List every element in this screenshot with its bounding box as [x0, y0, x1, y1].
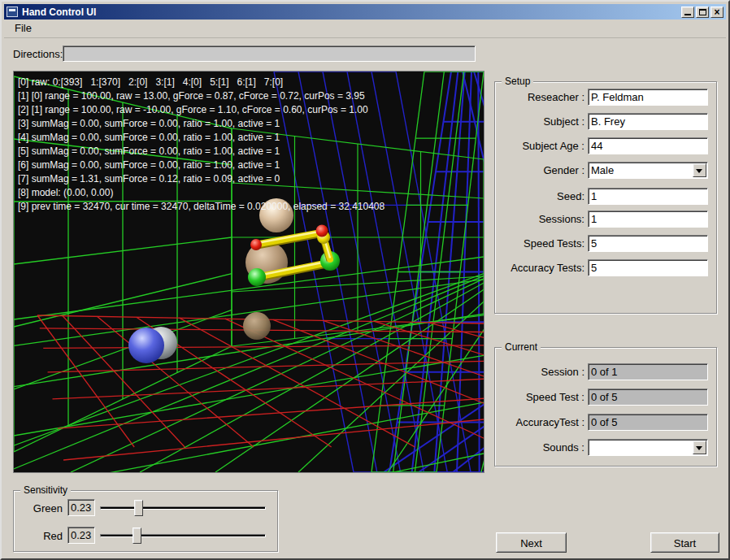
accuracy-tests-field[interactable]: 5	[588, 259, 708, 276]
seed-label: Seed:	[498, 190, 584, 202]
speed-test-label: Speed Test :	[498, 391, 584, 403]
green-slider-groove[interactable]	[100, 506, 266, 510]
current-group-title: Current	[502, 341, 541, 353]
hud-line: [5] sumMag = 0.00, sumForce = 0.00, rati…	[18, 145, 385, 158]
directions-label: Directions:	[13, 48, 63, 60]
close-button[interactable]: ×	[710, 7, 723, 18]
speed-tests-field[interactable]: 5	[588, 235, 708, 252]
chevron-down-icon[interactable]	[693, 441, 706, 454]
green-slider-label: Green	[20, 502, 63, 514]
hud-line: [0] raw: 0:[393] 1:[370] 2:[0] 3:[1] 4:[…	[18, 76, 385, 89]
hud-line: [6] sumMag = 0.00, sumForce = 0.00, rati…	[18, 158, 385, 172]
sessions-label: Sessions:	[498, 213, 584, 225]
window-title: Hand Control UI	[22, 7, 681, 18]
red-slider[interactable]	[100, 527, 266, 545]
subject-field[interactable]: B. Frey	[588, 113, 708, 130]
current-group: Current Session : 0 of 1 Speed Test : 0 …	[494, 347, 717, 467]
gender-label: Gender :	[498, 164, 584, 176]
debug-hud: [0] raw: 0:[393] 1:[370] 2:[0] 3:[1] 4:[…	[18, 76, 385, 214]
hud-line: [1] [0] range = 100.00, raw = 13.00, gFo…	[18, 89, 385, 103]
setup-group: Setup Reseacher : P. Feldman Subject : B…	[494, 81, 717, 314]
menu-file[interactable]: File	[8, 20, 38, 37]
minimize-button[interactable]	[681, 7, 694, 18]
green-slider-thumb[interactable]	[134, 500, 143, 516]
gender-selected-value: Male	[591, 164, 614, 176]
directions-field[interactable]	[63, 46, 476, 62]
subject-label: Subject :	[498, 115, 584, 128]
hud-line: [8] model: (0.00, 0.00)	[18, 186, 385, 200]
red-slider-label: Red	[20, 530, 63, 542]
start-button[interactable]: Start	[650, 532, 719, 553]
accuracy-test-label: AccuracyTest :	[498, 416, 584, 428]
app-window: Hand Control UI × File Directions:	[0, 0, 730, 560]
title-bar[interactable]: Hand Control UI ×	[4, 4, 726, 20]
render-viewport[interactable]: [0] raw: 0:[393] 1:[370] 2:[0] 3:[1] 4:[…	[13, 71, 484, 473]
red-slider-value[interactable]: 0.23	[67, 527, 95, 544]
accuracy-tests-label: Accuracy Tests:	[498, 262, 584, 274]
menu-bar: File	[4, 20, 726, 38]
session-field[interactable]: 0 of 1	[588, 363, 708, 380]
speed-tests-label: Speed Tests:	[498, 237, 584, 250]
seed-field[interactable]: 1	[588, 188, 708, 205]
sounds-combo[interactable]	[588, 439, 708, 456]
maximize-icon	[699, 9, 706, 15]
hud-line: [9] prev time = 32470, cur time = 32470,…	[18, 200, 385, 214]
sessions-field[interactable]: 1	[588, 211, 708, 228]
hud-line: [2] [1] range = 100.00, raw = -10.00, gF…	[18, 103, 385, 117]
sounds-label: Sounds :	[498, 441, 584, 454]
hud-line: [4] sumMag = 0.00, sumForce = 0.00, rati…	[18, 131, 385, 145]
speed-test-field[interactable]: 0 of 5	[588, 389, 708, 406]
minimize-icon	[684, 14, 691, 15]
accuracy-test-field[interactable]: 0 of 5	[588, 414, 708, 431]
chevron-down-icon[interactable]	[693, 163, 706, 177]
close-icon: ×	[711, 7, 723, 18]
hud-line: [7] sumMag = 1.31, sumForce = 0.12, rati…	[18, 172, 385, 186]
sensitivity-group-title: Sensitivity	[20, 484, 71, 496]
researcher-field[interactable]: P. Feldman	[588, 89, 708, 106]
sensitivity-group: Sensitivity Green 0.23 Red 0.23	[13, 490, 278, 552]
hud-line: [3] sumMag = 0.00, sumForce = 0.00, rati…	[18, 117, 385, 131]
session-label: Session :	[498, 366, 584, 378]
gender-combo[interactable]: Male	[588, 162, 708, 179]
setup-group-title: Setup	[502, 76, 533, 87]
red-slider-groove[interactable]	[100, 534, 266, 537]
researcher-label: Reseacher :	[498, 91, 584, 103]
green-slider-value[interactable]: 0.23	[67, 499, 95, 516]
subject-age-label: Subject Age :	[498, 140, 584, 152]
maximize-button[interactable]	[696, 7, 709, 18]
subject-age-field[interactable]: 44	[588, 137, 708, 154]
app-icon	[7, 7, 18, 17]
red-slider-thumb[interactable]	[133, 527, 141, 544]
next-button[interactable]: Next	[496, 532, 567, 553]
green-slider[interactable]	[100, 499, 266, 517]
